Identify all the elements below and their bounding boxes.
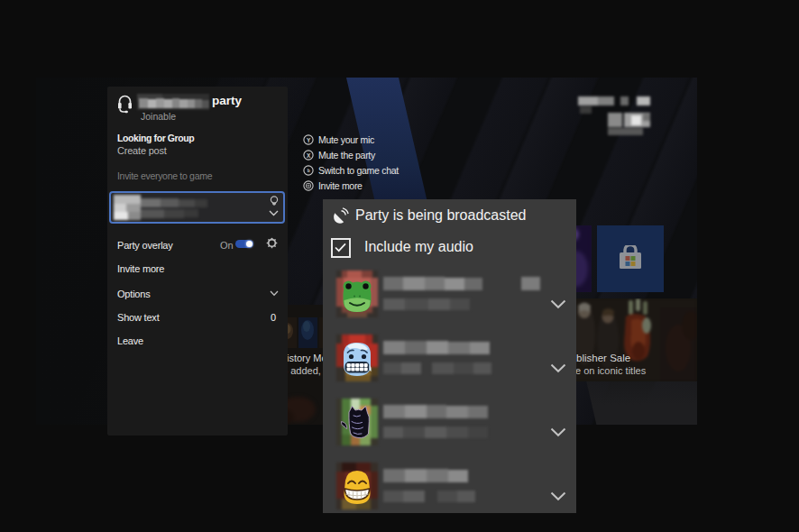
svg-text:Y: Y	[307, 136, 311, 142]
svg-text:b: b	[308, 168, 310, 173]
svg-text:X: X	[307, 151, 311, 158]
